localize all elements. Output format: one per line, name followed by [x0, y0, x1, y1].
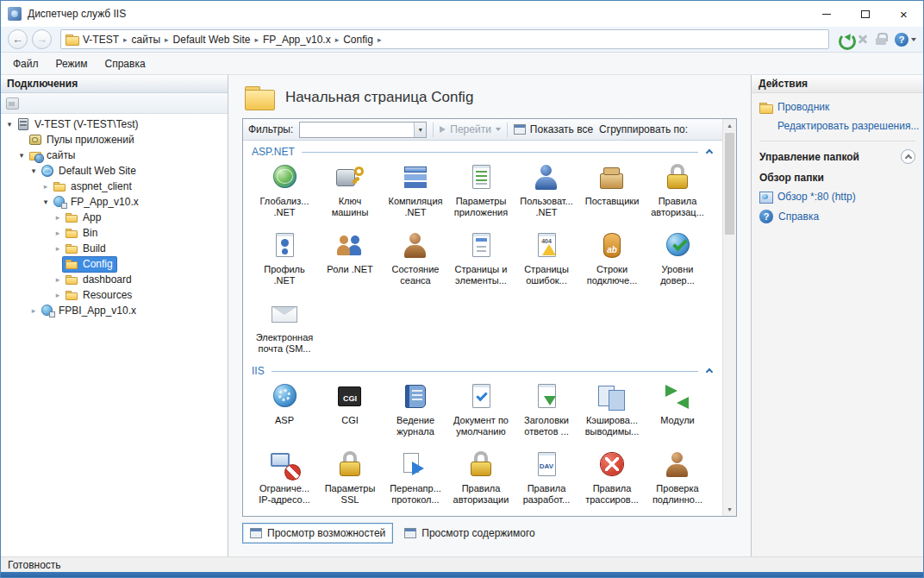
- tree-item-dashboard[interactable]: ▸dashboard: [1, 272, 228, 287]
- tab-features-view[interactable]: Просмотр возможностей: [242, 523, 393, 543]
- feature-default-document[interactable]: Документ по умолчанию: [448, 380, 514, 437]
- feature-tracing-rules[interactable]: Правила трассиров...: [579, 448, 645, 506]
- feature-globalization-net[interactable]: Глобализ... .NET: [252, 160, 317, 218]
- scrollbar-track[interactable]: [723, 132, 736, 503]
- tree-item-default-web-site[interactable]: ▾Default Web Site: [1, 163, 228, 179]
- expander-icon[interactable]: ▾: [41, 198, 51, 206]
- group-by-control[interactable]: Сгруппировать по:: [599, 123, 688, 135]
- section-title: ASP.NET: [252, 146, 302, 158]
- filter-combobox[interactable]: ▾: [299, 122, 427, 138]
- tab-content-view[interactable]: Просмотр содержимого: [396, 523, 542, 543]
- feature-machine-key[interactable]: Ключ машины: [317, 160, 383, 218]
- feature-output-caching[interactable]: Кэширова... выводимы...: [579, 380, 645, 437]
- tree-item-app-pools[interactable]: Пулы приложений: [1, 132, 228, 148]
- breadcrumb-item[interactable]: V-TEST: [81, 34, 121, 46]
- feature-logging[interactable]: Ведение журнала: [383, 380, 448, 437]
- delete-icon: [857, 33, 870, 46]
- tree-item-server[interactable]: ▾V-TEST (V-TEST\Test): [1, 116, 228, 132]
- ip-restrictions-icon: [269, 449, 300, 481]
- minimize-button[interactable]: [807, 1, 846, 27]
- feature-auth-rules-net[interactable]: Правила авторизац...: [645, 160, 710, 218]
- breadcrumb-separator-icon[interactable]: ▸: [333, 35, 342, 44]
- breadcrumb-item[interactable]: FP_App_v10.x: [261, 34, 333, 46]
- feature-auth-rules[interactable]: Правила авторизации: [448, 448, 514, 506]
- menu-item[interactable]: Режим: [47, 54, 97, 73]
- expander-icon[interactable]: ▸: [53, 292, 63, 299]
- menu-item[interactable]: Справка: [97, 54, 154, 73]
- feature-http-redirect[interactable]: Перенапр... протокол...: [383, 448, 448, 506]
- expander-icon[interactable]: ▾: [16, 152, 27, 160]
- section-divider: [302, 152, 698, 153]
- tree-item-sites[interactable]: ▾сайты: [1, 148, 228, 163]
- maximize-button[interactable]: [846, 1, 884, 27]
- feature-smtp-email[interactable]: Электронная почта (SM...: [252, 297, 317, 355]
- expander-icon[interactable]: ▸: [53, 276, 63, 284]
- expander-icon[interactable]: ▸: [53, 245, 63, 253]
- feature-profile-net[interactable]: Профиль .NET: [252, 229, 317, 286]
- tree-item-fp-app-v10x[interactable]: ▾FP_App_v10.x: [1, 194, 228, 210]
- tree-item-fpbi-app-v10x[interactable]: ▸FPBI_App_v10.x: [1, 303, 228, 318]
- edit-permissions-link[interactable]: Редактировать разрешения...: [777, 120, 919, 132]
- tree-item-build[interactable]: ▸Build: [1, 241, 228, 256]
- expander-icon[interactable]: ▸: [53, 229, 63, 237]
- refresh-icon[interactable]: [838, 32, 852, 47]
- scroll-down-icon[interactable]: ▼: [723, 503, 736, 516]
- chevron-up-icon[interactable]: [706, 149, 713, 156]
- feature-ssl-settings[interactable]: Параметры SSL: [317, 448, 383, 506]
- feature-roles-net[interactable]: Роли .NET: [317, 229, 383, 286]
- feature-dav-rules[interactable]: DAVПравила разработ...: [514, 448, 579, 506]
- feature-trust-levels[interactable]: Уровни довер...: [645, 229, 710, 286]
- vertical-scrollbar[interactable]: ▲ ▼: [722, 119, 736, 516]
- connection-tool-icon[interactable]: [5, 97, 19, 110]
- help-link[interactable]: Справка: [778, 210, 819, 223]
- feature-authentication[interactable]: Проверка подлинно...: [645, 448, 710, 506]
- feature-compilation-net[interactable]: Компиляция .NET: [383, 160, 448, 218]
- feature-asp[interactable]: ASP: [252, 380, 317, 437]
- explorer-link[interactable]: Проводник: [777, 101, 829, 113]
- chevron-up-icon[interactable]: [706, 368, 713, 375]
- feature-session-state[interactable]: Состояние сеанса: [383, 229, 448, 286]
- feature-response-headers[interactable]: Заголовки ответов ...: [514, 380, 579, 437]
- feature-label: Проверка подлинно...: [645, 483, 710, 506]
- feature-cgi[interactable]: CGICGI: [317, 380, 383, 437]
- tree-item-config[interactable]: Config: [1, 256, 228, 272]
- breadcrumb-separator-icon[interactable]: ▸: [162, 35, 172, 44]
- tree-node: V-TEST (V-TEST\Test): [15, 117, 141, 132]
- breadcrumb-item[interactable]: Config: [341, 34, 375, 46]
- collapse-button[interactable]: [901, 149, 915, 164]
- feature-app-settings[interactable]: Параметры приложения: [448, 160, 514, 218]
- help-menu-button[interactable]: ?: [895, 33, 916, 47]
- feature-error-pages[interactable]: 404Страницы ошибок...: [514, 229, 579, 286]
- feature-ip-restrictions[interactable]: Ограниче... IP-адресо...: [252, 448, 317, 506]
- breadcrumb-separator-icon[interactable]: ▸: [121, 35, 130, 44]
- feature-connection-strings[interactable]: abСтроки подключе...: [579, 229, 645, 286]
- scroll-up-icon[interactable]: ▲: [723, 119, 736, 132]
- show-all-button[interactable]: Показать все: [514, 123, 593, 135]
- browse-site-link[interactable]: Обзор *:80 (http): [777, 191, 856, 203]
- tree-item-bin[interactable]: ▸Bin: [1, 225, 228, 241]
- breadcrumb-separator-icon[interactable]: ▸: [375, 35, 384, 44]
- breadcrumb-separator-icon[interactable]: ▸: [252, 35, 261, 44]
- toolbar-separator: [433, 123, 434, 137]
- expander-icon[interactable]: ▾: [28, 167, 39, 175]
- feature-pages-controls[interactable]: Страницы и элементы...: [448, 229, 514, 286]
- close-button[interactable]: ×: [884, 1, 923, 27]
- expander-icon[interactable]: ▸: [41, 183, 51, 191]
- tree-item-aspnet-client[interactable]: ▸aspnet_client: [1, 179, 228, 194]
- back-button[interactable]: ←: [8, 29, 28, 49]
- expander-icon[interactable]: ▸: [53, 214, 63, 222]
- menu-item[interactable]: Файл: [4, 54, 47, 73]
- feature-modules[interactable]: Модули: [645, 380, 710, 437]
- scrollbar-thumb[interactable]: [725, 133, 734, 235]
- expander-icon[interactable]: ▸: [28, 307, 39, 315]
- connections-toolbar: [1, 93, 228, 114]
- go-button[interactable]: Перейти: [440, 123, 501, 135]
- breadcrumb-item[interactable]: сайты: [130, 34, 163, 46]
- forward-button[interactable]: →: [32, 29, 52, 49]
- tree-item-resources[interactable]: ▸Resources: [1, 287, 228, 303]
- breadcrumb-item[interactable]: Default Web Site: [172, 34, 253, 46]
- feature-net-users[interactable]: Пользоват... .NET: [514, 160, 579, 218]
- feature-providers[interactable]: Поставщики: [579, 160, 645, 218]
- tree-item-app[interactable]: ▸App: [1, 210, 228, 225]
- expander-icon[interactable]: ▾: [4, 121, 15, 129]
